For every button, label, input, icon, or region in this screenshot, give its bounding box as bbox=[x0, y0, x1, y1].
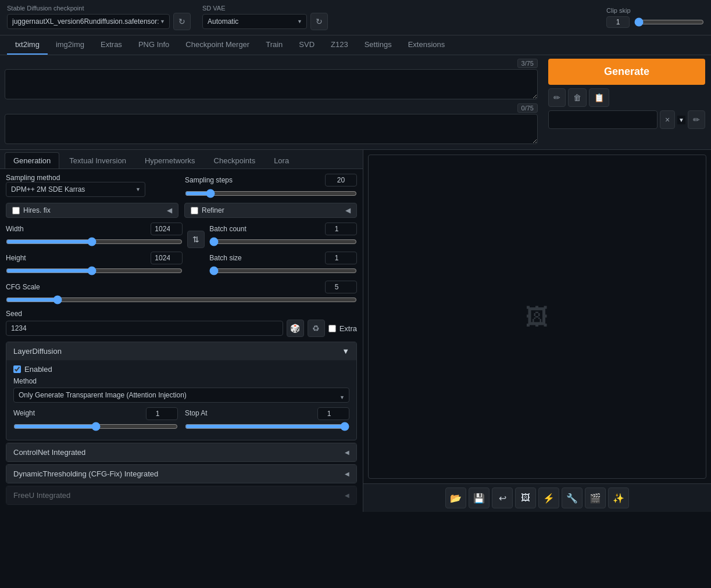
save-image-btn[interactable]: 💾 bbox=[469, 487, 490, 508]
height-group: Height bbox=[6, 252, 183, 277]
recycle-seed-btn[interactable]: ♻ bbox=[308, 320, 325, 337]
positive-token-count: 3/75 bbox=[517, 59, 538, 68]
weight-group: Weight bbox=[13, 407, 178, 433]
cfg-scale-input[interactable] bbox=[325, 281, 357, 293]
swap-dimensions-btn[interactable]: ⇅ bbox=[187, 231, 205, 248]
weight-input[interactable] bbox=[146, 407, 178, 420]
height-input[interactable] bbox=[151, 252, 183, 264]
height-slider[interactable] bbox=[6, 266, 183, 275]
layer-diffusion-content: Enabled Method Only Generate Transparent… bbox=[6, 360, 356, 440]
nav-tab-checkpointmerger[interactable]: Checkpoint Merger bbox=[177, 35, 258, 55]
sampling-steps-slider[interactable] bbox=[185, 189, 357, 198]
sub-tab-hypernetworks[interactable]: Hypernetworks bbox=[136, 152, 204, 168]
delete-btn[interactable]: 🗑 bbox=[568, 88, 587, 107]
dynamic-thresholding-accordion: DynamicThresholding (CFG-Fix) Integrated… bbox=[6, 464, 357, 483]
seed-group: Seed 🎲 ♻ Extra bbox=[6, 310, 357, 337]
hires-fix-btn[interactable]: Hires. fix ◀ bbox=[6, 203, 178, 218]
clip-skip-section: Clip skip 1 bbox=[606, 7, 704, 28]
batch-size-label: Batch size bbox=[209, 254, 267, 262]
nav-tab-extensions[interactable]: Extensions bbox=[400, 35, 453, 55]
cfg-scale-slider[interactable] bbox=[6, 295, 357, 304]
width-input[interactable] bbox=[151, 223, 183, 235]
hires-fix-checkbox[interactable] bbox=[12, 207, 20, 214]
stop-at-slider[interactable] bbox=[185, 422, 349, 431]
vae-select[interactable]: Automatic bbox=[202, 14, 307, 29]
prompts-area: 3/75 0/75 bbox=[0, 55, 542, 149]
freeu-arrow-icon: ◀ bbox=[345, 492, 349, 499]
sub-tab-checkpoints[interactable]: Checkpoints bbox=[205, 152, 265, 168]
layer-diffusion-title: LayerDiffusion bbox=[13, 347, 62, 356]
nav-tab-pnginfo[interactable]: PNG Info bbox=[130, 35, 177, 55]
sampling-method-select[interactable]: DPM++ 2M SDE Karras bbox=[6, 182, 145, 197]
layer-diffusion-header[interactable]: LayerDiffusion ▼ bbox=[6, 342, 356, 360]
undo-btn[interactable]: ↩ bbox=[492, 487, 513, 508]
freeu-accordion-label: FreeU Integrated bbox=[13, 491, 70, 500]
checkpoint-section: Stable Diffusion checkpoint juggernautXL… bbox=[7, 5, 191, 30]
nav-tab-z123[interactable]: Z123 bbox=[323, 35, 356, 55]
sparkle-btn[interactable]: ✨ bbox=[608, 487, 629, 508]
paste-btn[interactable]: 📋 bbox=[589, 88, 609, 107]
apply-styles-btn[interactable]: ✏ bbox=[688, 110, 705, 129]
nav-tab-svd[interactable]: SVD bbox=[291, 35, 323, 55]
batch-count-slider[interactable] bbox=[209, 237, 357, 246]
sampling-steps-label: Sampling steps bbox=[185, 176, 243, 184]
film-btn[interactable]: 🎬 bbox=[585, 487, 606, 508]
sub-tab-textualinversion[interactable]: Textual Inversion bbox=[60, 152, 135, 168]
batch-size-group: Batch size bbox=[209, 252, 357, 277]
vae-refresh-btn[interactable]: ↻ bbox=[310, 13, 328, 30]
method-label: Method bbox=[13, 377, 349, 385]
lightning-btn[interactable]: ⚡ bbox=[538, 487, 559, 508]
stop-at-input[interactable] bbox=[317, 407, 349, 420]
checkpoint-select[interactable]: juggernautXL_version6Rundiffusion.safete… bbox=[7, 14, 170, 29]
refiner-btn[interactable]: Refiner ◀ bbox=[184, 203, 357, 218]
weight-slider[interactable] bbox=[13, 422, 178, 431]
nav-tab-extras[interactable]: Extras bbox=[92, 35, 130, 55]
cfg-scale-group: CFG Scale bbox=[6, 281, 357, 306]
positive-prompt-input[interactable] bbox=[5, 69, 538, 99]
nav-tab-train[interactable]: Train bbox=[258, 35, 291, 55]
clear-styles-btn[interactable]: × bbox=[660, 110, 675, 129]
controlnet-accordion-header[interactable]: ControlNet Integrated ◀ bbox=[6, 443, 356, 461]
layer-diffusion-enabled-checkbox[interactable] bbox=[13, 365, 21, 373]
sub-tabs: Generation Textual Inversion Hypernetwor… bbox=[0, 150, 363, 169]
batch-count-input[interactable] bbox=[325, 223, 357, 235]
edit-styles-btn[interactable]: ✏ bbox=[548, 88, 566, 107]
styles-dropdown-btn[interactable]: ▼ bbox=[677, 116, 685, 124]
sub-tab-generation[interactable]: Generation bbox=[5, 152, 59, 168]
dice-btn[interactable]: 🎲 bbox=[287, 320, 304, 337]
clip-skip-value: 1 bbox=[606, 16, 630, 28]
freeu-accordion-header[interactable]: FreeU Integrated ◀ bbox=[6, 486, 356, 504]
batch-size-input[interactable] bbox=[325, 252, 357, 264]
extras-tool-btn[interactable]: 🔧 bbox=[562, 487, 583, 508]
image-toolbar: 📂 💾 ↩ 🖼 ⚡ 🔧 🎬 ✨ bbox=[363, 483, 711, 512]
extra-label: Extra bbox=[340, 324, 357, 333]
negative-prompt-input[interactable] bbox=[5, 114, 538, 144]
folder-open-btn[interactable]: 📂 bbox=[445, 487, 466, 508]
checkpoint-label: Stable Diffusion checkpoint bbox=[7, 5, 191, 12]
layer-diffusion-arrow: ▼ bbox=[342, 347, 349, 356]
dynamic-thresholding-header[interactable]: DynamicThresholding (CFG-Fix) Integrated… bbox=[6, 465, 356, 483]
dynamic-thresholding-arrow-icon: ◀ bbox=[345, 471, 349, 477]
sub-tab-lora[interactable]: Lora bbox=[265, 152, 298, 168]
negative-token-count: 0/75 bbox=[517, 103, 538, 113]
settings-panel: Generation Textual Inversion Hypernetwor… bbox=[0, 150, 363, 512]
batch-size-slider[interactable] bbox=[209, 266, 357, 275]
clip-skip-slider[interactable] bbox=[634, 17, 704, 27]
nav-tab-img2img[interactable]: img2img bbox=[48, 35, 92, 55]
batch-count-label: Batch count bbox=[209, 225, 267, 233]
width-group: Width bbox=[6, 223, 183, 248]
styles-input[interactable] bbox=[548, 110, 658, 129]
generation-settings: Sampling method DPM++ 2M SDE Karras Samp… bbox=[0, 169, 363, 512]
nav-tab-settings[interactable]: Settings bbox=[356, 35, 400, 55]
refiner-checkbox[interactable] bbox=[191, 207, 198, 214]
checkpoint-refresh-btn[interactable]: ↻ bbox=[173, 13, 191, 30]
nav-tab-txt2img[interactable]: txt2img bbox=[7, 35, 48, 55]
height-label: Height bbox=[6, 254, 64, 262]
width-label: Width bbox=[6, 225, 64, 233]
method-select[interactable]: Only Generate Transparent Image (Attenti… bbox=[13, 388, 349, 403]
extra-seed-checkbox[interactable] bbox=[328, 325, 336, 332]
view-image-btn[interactable]: 🖼 bbox=[515, 487, 536, 508]
seed-input[interactable] bbox=[6, 321, 283, 336]
width-slider[interactable] bbox=[6, 237, 183, 246]
generate-button[interactable]: Generate bbox=[548, 59, 705, 85]
